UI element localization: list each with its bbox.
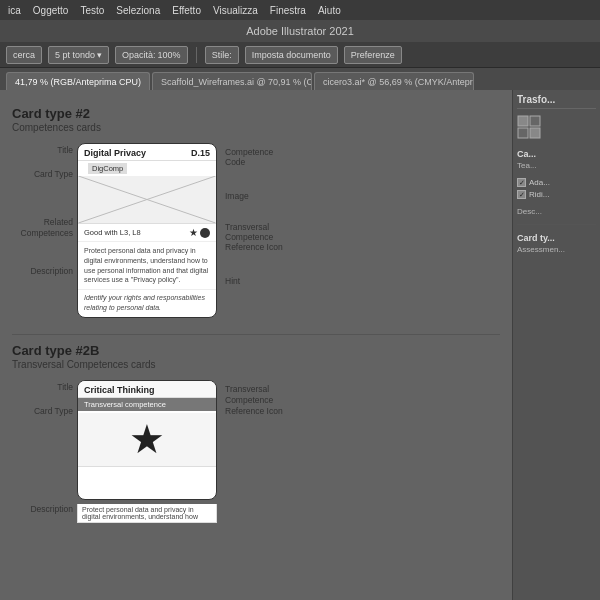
- label2b-transversal-ref: TransversalCompetenceReference Icon: [225, 384, 297, 417]
- menu-item-visualizza[interactable]: Visualizza: [213, 5, 258, 16]
- card2b-row: Title Card Type Critical Thinking Transv…: [12, 380, 500, 500]
- imposta-button[interactable]: Imposta documento: [245, 46, 338, 64]
- label2b-desc: Description: [12, 504, 77, 523]
- card1-labels-right: CompetenceCode Image TransversalCompeten…: [217, 143, 297, 304]
- opacity-field[interactable]: Opacità: 100%: [115, 46, 188, 64]
- search-field[interactable]: cerca: [6, 46, 42, 64]
- menu-bar: ica Oggetto Testo Seleziona Effetto Visu…: [0, 0, 600, 20]
- right-panel-section2-subtitle: Assessmen...: [517, 245, 596, 254]
- preferenze-button[interactable]: Preferenze: [344, 46, 402, 64]
- menu-item-effetto[interactable]: Effetto: [172, 5, 201, 16]
- star-icon: ★: [189, 227, 198, 238]
- checkbox-ridi-box[interactable]: ✓: [517, 190, 526, 199]
- title-bar: Adobe Illustrator 2021: [0, 20, 600, 42]
- card1-image-placeholder: [78, 176, 216, 224]
- card1-labels-left: Title Card Type RelatedCompetences Descr…: [12, 143, 77, 278]
- tab-0-label: 41,79 % (RGB/Anteprima CPU): [15, 77, 141, 87]
- preferenze-label: Preferenze: [351, 50, 395, 60]
- checkbox-ridi[interactable]: ✓ Ridi...: [517, 190, 596, 199]
- tab-2[interactable]: cicero3.ai* @ 56,69 % (CMYK/Anteprima): [314, 72, 474, 90]
- menu-item-finestra[interactable]: Finestra: [270, 5, 306, 16]
- label-competence-code: CompetenceCode: [225, 147, 297, 167]
- svg-rect-6: [530, 128, 540, 138]
- right-panel-title: Trasfo...: [517, 94, 596, 109]
- label-image: Image: [225, 191, 297, 201]
- section1-subtitle: Competences cards: [12, 122, 500, 133]
- section2-subtitle: Transversal Competences cards: [12, 359, 500, 370]
- right-panel: Trasfo... Ca... Tea... ✓ Ada... ✓ Ridi..…: [512, 90, 600, 600]
- label-description: Description: [12, 266, 77, 276]
- canvas-area: Card type #2 Competences cards Title Car…: [0, 90, 600, 600]
- checkbox-ada-label: Ada...: [529, 178, 550, 187]
- card2b-labels-right: TransversalCompetenceReference Icon: [217, 380, 297, 453]
- checkbox-ada-box[interactable]: ✓: [517, 178, 526, 187]
- circle-icon: [200, 228, 210, 238]
- label-card-type-text: Card Type: [12, 169, 77, 179]
- checkbox-ridi-label: Ridi...: [529, 190, 549, 199]
- section1-title: Card type #2: [12, 106, 500, 121]
- stile-field[interactable]: Stile:: [205, 46, 239, 64]
- section-card-type-2: Card type #2 Competences cards Title Car…: [12, 106, 500, 318]
- menu-item-oggetto[interactable]: Oggetto: [33, 5, 69, 16]
- opacity-value: 100%: [158, 50, 181, 60]
- label2b-card-type: Card Type: [12, 406, 77, 416]
- right-panel-section1-subtitle: Tea...: [517, 161, 596, 170]
- card2b-wireframe: Critical Thinking Transversal competence…: [77, 380, 217, 500]
- competence-icons: ★: [189, 227, 210, 238]
- card1-competences: Good with L3, L8 ★: [78, 224, 216, 242]
- stroke-label: 5 pt tondo: [55, 50, 95, 60]
- label2b-title: Title: [12, 382, 77, 392]
- imposta-label: Imposta documento: [252, 50, 331, 60]
- card1-description: Protect personal data and privacy in dig…: [78, 242, 216, 290]
- svg-rect-4: [530, 116, 540, 126]
- competences-text: Good with L3, L8: [84, 228, 141, 237]
- label-related-competences: RelatedCompetences: [12, 217, 77, 237]
- card2b-desc-row: Description Protect personal data and pr…: [12, 504, 500, 523]
- label-title: Title: [12, 145, 77, 155]
- label-hint: Hint: [225, 276, 297, 286]
- search-text: cerca: [13, 50, 35, 60]
- card1-type-badge: DigComp: [88, 163, 127, 174]
- section-divider: [12, 334, 500, 335]
- label-title-text: Title: [12, 145, 77, 155]
- right-panel-section2-title: Card ty...: [517, 233, 596, 243]
- tab-2-label: cicero3.ai* @ 56,69 % (CMYK/Anteprima): [323, 77, 474, 87]
- tab-1[interactable]: Scaffold_Wireframes.ai @ 70,91 % (CMYK/A…: [152, 72, 312, 90]
- card2b-title: Critical Thinking: [84, 385, 155, 395]
- checkbox-ada[interactable]: ✓ Ada...: [517, 178, 596, 187]
- card1-wireframe: Digital Privacy D.15 DigComp: [77, 143, 217, 318]
- app-title: Adobe Illustrator 2021: [246, 25, 354, 37]
- card2b-star-area: ★: [78, 413, 216, 467]
- label-desc-text: Description: [12, 266, 77, 276]
- menu-item-testo[interactable]: Testo: [80, 5, 104, 16]
- card1-code: D.15: [191, 148, 210, 158]
- card1-hint: Identify your rights and responsabilitie…: [78, 290, 216, 317]
- main-panel: Card type #2 Competences cards Title Car…: [0, 90, 512, 600]
- opacity-label: Opacità:: [122, 50, 156, 60]
- stile-label: Stile:: [212, 50, 232, 60]
- section2-title: Card type #2B: [12, 343, 500, 358]
- svg-rect-3: [518, 116, 528, 126]
- big-star-icon: ★: [129, 419, 165, 459]
- separator: [196, 47, 197, 63]
- tabs-bar: 41,79 % (RGB/Anteprima CPU) Scaffold_Wir…: [0, 68, 600, 90]
- grid-icon-area: [517, 115, 596, 141]
- toolbar: cerca 5 pt tondo ▾ Opacità: 100% Stile: …: [0, 42, 600, 68]
- card1-row: Title Card Type RelatedCompetences Descr…: [12, 143, 500, 318]
- tab-0[interactable]: 41,79 % (RGB/Anteprima CPU): [6, 72, 150, 90]
- card1-title: Digital Privacy: [84, 148, 146, 158]
- menu-item-ica[interactable]: ica: [8, 5, 21, 16]
- card2b-type-badge: Transversal competence: [84, 400, 166, 409]
- card2b-desc-text: Protect personal data and privacy in dig…: [77, 504, 217, 523]
- stroke-selector[interactable]: 5 pt tondo ▾: [48, 46, 109, 64]
- right-panel-desc-label: Desc...: [517, 207, 596, 216]
- label-related-text: RelatedCompetences: [12, 217, 77, 237]
- right-panel-section1-title: Ca...: [517, 149, 596, 159]
- menu-item-aiuto[interactable]: Aiuto: [318, 5, 341, 16]
- card2b-labels-left: Title Card Type: [12, 380, 77, 418]
- label-card-type: Card Type: [12, 169, 77, 179]
- svg-rect-5: [518, 128, 528, 138]
- menu-item-seleziona[interactable]: Seleziona: [116, 5, 160, 16]
- dropdown-icon: ▾: [97, 50, 102, 60]
- card1-header: Digital Privacy D.15: [78, 144, 216, 161]
